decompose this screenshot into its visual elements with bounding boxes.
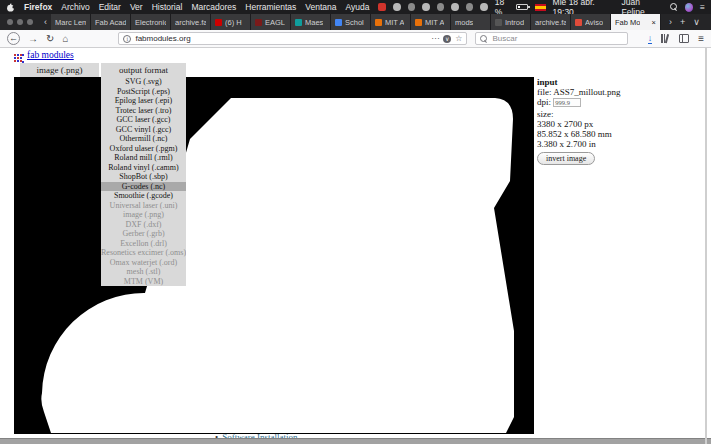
pocket-icon[interactable]: ∨ — [443, 35, 451, 43]
output-format-option[interactable]: Oxford ulaser (.pgm) — [101, 144, 186, 154]
browser-tab[interactable]: MIT A — [371, 14, 411, 30]
output-format-dropdown[interactable]: output format — [101, 63, 186, 77]
cloud-icon[interactable] — [437, 3, 445, 11]
image-preview-canvas[interactable] — [14, 77, 534, 434]
menu-ver[interactable]: Ver — [130, 2, 143, 12]
menu-firefox[interactable]: Firefox — [24, 2, 52, 12]
browser-tab[interactable]: archive.fa — [171, 14, 211, 30]
output-format-option[interactable]: G-codes (.nc) — [101, 182, 186, 192]
sidebar-toggle-icon[interactable] — [679, 34, 689, 43]
output-format-option[interactable]: Excellon (.drl) — [101, 239, 186, 249]
output-format-option[interactable]: Gerber (.grb) — [101, 229, 186, 239]
navigation-toolbar: ← → ↻ ⌂ i fabmodules.org ⋯ ∨ ☆ Buscar ↓ … — [0, 30, 711, 48]
notification-center-icon[interactable]: ≡ — [700, 2, 705, 12]
output-format-option[interactable]: Epilog laser (.epi) — [101, 96, 186, 106]
downloads-button[interactable]: ↓ — [648, 34, 653, 44]
wifi-icon[interactable] — [480, 3, 488, 11]
output-format-option[interactable]: image (.png) — [101, 210, 186, 220]
siri-icon[interactable] — [685, 3, 693, 12]
reload-button[interactable]: ↻ — [46, 34, 54, 44]
browser-tab[interactable]: MIT A — [411, 14, 451, 30]
bookmark-star-icon[interactable]: ☆ — [455, 34, 462, 43]
output-format-option[interactable]: Trotec laser (.tro) — [101, 106, 186, 116]
menu-ventana[interactable]: Ventana — [305, 2, 336, 12]
bluetooth-icon[interactable] — [466, 3, 474, 11]
status-icon[interactable] — [393, 3, 401, 11]
output-format-option[interactable]: MTM (VM) — [101, 277, 186, 287]
fab-modules-link[interactable]: fab modules — [27, 50, 74, 60]
browser-tab[interactable]: (6) H — [211, 14, 251, 30]
home-button[interactable]: ⌂ — [62, 34, 68, 44]
output-format-option[interactable]: DXF (.dxf) — [101, 220, 186, 230]
keyboard-flag-icon[interactable] — [535, 4, 545, 11]
browser-tab[interactable]: Fab Acad — [91, 14, 131, 30]
status-icon[interactable] — [408, 3, 416, 11]
menu-marcadores[interactable]: Marcadores — [191, 2, 236, 12]
search-bar[interactable]: Buscar — [475, 32, 628, 45]
status-app-icon[interactable] — [378, 3, 386, 11]
back-button[interactable]: ← — [7, 32, 20, 45]
dpi-label: dpi: — [537, 97, 551, 107]
spotlight-search-icon[interactable] — [670, 3, 678, 11]
dpi-input[interactable] — [553, 98, 581, 107]
apple-icon[interactable] — [6, 3, 15, 12]
menu-ayuda[interactable]: Ayuda — [346, 2, 370, 12]
output-format-option[interactable]: Othermill (.nc) — [101, 134, 186, 144]
url-bar[interactable]: i fabmodules.org ⋯ ∨ ☆ — [118, 32, 467, 45]
invert-image-button[interactable]: invert image — [537, 152, 595, 165]
browser-tab[interactable]: Schol — [331, 14, 371, 30]
close-tab-icon[interactable]: × — [652, 18, 656, 27]
active-tab[interactable]: Fab Mo × — [611, 14, 661, 30]
browser-tab[interactable]: mods — [451, 14, 491, 30]
hamburger-menu-icon[interactable]: ≡ — [698, 33, 704, 44]
tab-label: EAGL — [265, 18, 285, 27]
tab-label: MIT A — [425, 18, 444, 27]
input-format-dropdown[interactable]: image (.png) — [20, 63, 99, 77]
output-format-option[interactable]: GCC vinyl (.gcc) — [101, 125, 186, 135]
scroll-tabs-left-button[interactable]: ‹ — [40, 14, 51, 30]
output-format-option[interactable]: Roland vinyl (.camm) — [101, 163, 186, 173]
page-scrollbar[interactable] — [705, 48, 707, 444]
menu-herramientas[interactable]: Herramientas — [245, 2, 296, 12]
scroll-tabs-right-button[interactable]: › — [669, 17, 672, 27]
browser-tab[interactable]: Introd — [491, 14, 531, 30]
tab-label: MIT A — [385, 18, 404, 27]
menu-archivo[interactable]: Archivo — [61, 2, 89, 12]
site-info-icon[interactable]: i — [123, 35, 131, 43]
output-format-option[interactable]: PostScript (.eps) — [101, 87, 186, 97]
output-format-option[interactable]: Smoothie (.gcode) — [101, 191, 186, 201]
browser-tab[interactable]: Marc Lem — [51, 14, 91, 30]
output-format-option[interactable]: Roland mill (.rml) — [101, 153, 186, 163]
new-tab-button[interactable]: + — [680, 17, 685, 27]
zoom-window-button[interactable] — [27, 19, 33, 25]
clock-icon[interactable] — [451, 3, 459, 11]
menu-historial[interactable]: Historial — [152, 2, 183, 12]
browser-tab[interactable]: archive.fa — [531, 14, 571, 30]
library-icon[interactable] — [661, 34, 670, 43]
size-px: 3380 x 2700 px — [537, 119, 697, 129]
tab-favicon — [215, 19, 222, 26]
menu-editar[interactable]: Editar — [99, 2, 121, 12]
list-all-tabs-button[interactable]: ∨ — [693, 17, 700, 27]
browser-tab[interactable]: Aviso — [571, 14, 611, 30]
browser-tab[interactable]: EAGL — [251, 14, 291, 30]
status-icon[interactable] — [422, 3, 430, 11]
output-format-option[interactable]: SVG (.svg) — [101, 77, 186, 87]
forward-button[interactable]: → — [28, 34, 38, 44]
output-format-option[interactable]: mesh (.stl) — [101, 267, 186, 277]
output-format-option[interactable]: ShopBot (.sbp) — [101, 172, 186, 182]
browser-tab[interactable]: Maes — [291, 14, 331, 30]
size-label: size: — [537, 109, 697, 119]
close-window-button[interactable] — [7, 19, 13, 25]
output-format-option[interactable]: Omax waterjet (.ord) — [101, 258, 186, 268]
tab-label: Electronic — [135, 18, 166, 27]
size-in: 3.380 x 2.700 in — [537, 139, 697, 149]
output-format-option[interactable]: Universal laser (.uni) — [101, 201, 186, 211]
page-actions-icon[interactable]: ⋯ — [431, 34, 439, 43]
output-format-option[interactable]: GCC laser (.gcc) — [101, 115, 186, 125]
minimize-window-button[interactable] — [17, 19, 23, 25]
output-format-option[interactable]: Resonetics excimer (.oms) — [101, 248, 186, 258]
browser-tab[interactable]: Electronic — [131, 14, 171, 30]
page-content: fab modules image (.png) output format S… — [0, 48, 711, 444]
url-text[interactable]: fabmodules.org — [135, 34, 427, 43]
